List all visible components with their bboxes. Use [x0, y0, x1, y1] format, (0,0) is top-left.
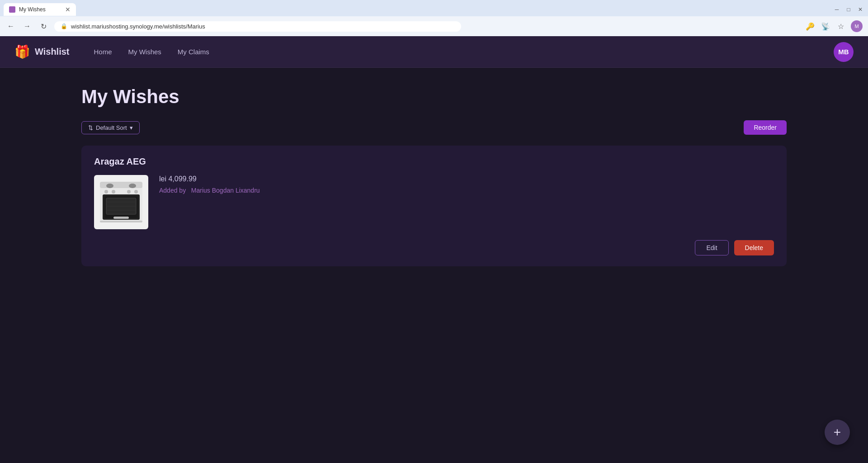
tab-title: My Wishes [19, 6, 46, 13]
svg-rect-1 [100, 182, 142, 188]
product-image-svg [96, 177, 146, 227]
minimize-button[interactable]: ─ [833, 5, 841, 14]
svg-point-14 [134, 190, 138, 194]
app-navbar: 🎁 Wishlist Home My Wishes My Claims MB [0, 36, 868, 68]
browser-actions: 🔑 📡 ☆ M [805, 20, 863, 32]
sort-chevron-icon: ▾ [130, 124, 133, 131]
nav-links: Home My Wishes My Claims [88, 44, 216, 59]
wish-title: Aragaz AEG [94, 156, 774, 167]
browser-controls: ← → ↻ 🔒 wishlist.mariushosting.synology.… [0, 16, 868, 36]
address-bar[interactable]: 🔒 wishlist.mariushosting.synology.me/wis… [54, 21, 461, 32]
close-button[interactable]: ✕ [856, 5, 864, 14]
svg-rect-8 [113, 217, 129, 219]
maximize-button[interactable]: □ [844, 5, 853, 14]
sort-icon: ⇅ [88, 124, 93, 131]
wish-actions: Edit Delete [94, 240, 774, 255]
wish-added: Added by Marius Bogdan Lixandru [159, 187, 774, 194]
url-text: wishlist.mariushosting.synology.me/wishl… [71, 23, 205, 30]
app-logo: 🎁 Wishlist [14, 44, 70, 59]
toolbar: ⇅ Default Sort ▾ Reorder [81, 120, 787, 135]
wish-image [94, 175, 148, 229]
svg-point-9 [106, 184, 113, 188]
edit-button[interactable]: Edit [695, 240, 728, 255]
logo-text: Wishlist [35, 47, 70, 57]
reload-button[interactable]: ↻ [38, 21, 49, 32]
browser-chrome: My Wishes ✕ ─ □ ✕ ← → ↻ 🔒 wishlist.mariu… [0, 0, 868, 36]
svg-point-13 [127, 190, 131, 194]
add-wish-fab[interactable]: + [825, 420, 850, 445]
forward-button[interactable]: → [22, 21, 33, 32]
svg-point-12 [112, 190, 115, 194]
user-avatar[interactable]: MB [834, 42, 854, 62]
wish-added-by: Marius Bogdan Lixandru [191, 187, 260, 194]
browser-titlebar: My Wishes ✕ ─ □ ✕ [0, 0, 868, 16]
tab-favicon [9, 6, 15, 13]
window-controls: ─ □ ✕ [833, 5, 864, 14]
profile-button[interactable]: M [851, 20, 863, 32]
sort-button[interactable]: ⇅ Default Sort ▾ [81, 121, 140, 134]
wish-price: lei 4,099.99 [159, 175, 774, 183]
logo-icon: 🎁 [14, 44, 30, 59]
sort-label: Default Sort [96, 124, 127, 131]
nav-home[interactable]: Home [88, 44, 118, 59]
wish-added-prefix: Added by [159, 187, 186, 194]
bookmark-icon[interactable]: ☆ [835, 21, 846, 32]
cast-icon[interactable]: 📡 [820, 21, 831, 32]
wish-card: Aragaz AEG [81, 146, 787, 266]
browser-tab[interactable]: My Wishes ✕ [4, 3, 76, 16]
reorder-button[interactable]: Reorder [744, 120, 787, 135]
nav-my-wishes[interactable]: My Wishes [122, 44, 168, 59]
lock-icon: 🔒 [61, 23, 67, 29]
wish-details: lei 4,099.99 Added by Marius Bogdan Lixa… [159, 175, 774, 194]
main-content: My Wishes ⇅ Default Sort ▾ Reorder Araga… [0, 68, 868, 293]
nav-my-claims[interactable]: My Claims [171, 44, 216, 59]
page-title: My Wishes [81, 86, 787, 108]
svg-point-10 [129, 184, 136, 188]
tab-close-button[interactable]: ✕ [65, 6, 71, 13]
svg-point-11 [104, 190, 108, 194]
delete-button[interactable]: Delete [734, 240, 774, 255]
back-button[interactable]: ← [5, 21, 16, 32]
password-icon[interactable]: 🔑 [805, 21, 816, 32]
wish-body: lei 4,099.99 Added by Marius Bogdan Lixa… [94, 175, 774, 229]
svg-rect-15 [100, 221, 142, 222]
